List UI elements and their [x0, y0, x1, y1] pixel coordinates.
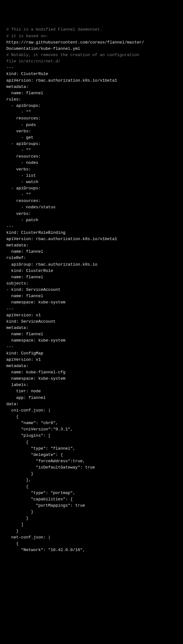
code-line: }	[6, 516, 28, 520]
code-line: {	[6, 541, 19, 546]
yaml-document: # This is a modified Flannel daemonset. …	[6, 26, 177, 553]
code-line: verbs:	[6, 129, 31, 134]
code-line: metadata:	[6, 325, 28, 330]
code-line: verbs:	[6, 167, 31, 172]
code-line: - nodes/status	[6, 205, 56, 210]
code-line: apiGroup: rbac.authorization.k8s.io	[6, 262, 97, 267]
code-line: {	[6, 414, 19, 419]
code-line: apiVersion: rbac.authorization.k8s.io/v1…	[6, 237, 117, 241]
code-line: ]	[6, 522, 24, 527]
code-line: "type": "flannel",	[6, 446, 75, 451]
code-line: data:	[6, 402, 19, 406]
code-line: {	[6, 440, 28, 445]
code-line: name: flannel	[6, 91, 43, 95]
code-line: resources:	[6, 116, 41, 121]
code-line: - ""	[6, 192, 31, 197]
code-line: ---	[6, 344, 14, 349]
code-line: "type": "portmap",	[6, 491, 75, 495]
code-line: - kind: ServiceAccount	[6, 287, 61, 292]
code-line: metadata:	[6, 364, 28, 368]
code-line: "plugins": [	[6, 433, 50, 438]
code-line: - apiGroups:	[6, 186, 41, 191]
code-line: },	[6, 478, 31, 482]
code-line: kind: ClusterRoleBinding	[6, 230, 65, 235]
code-line: - watch	[6, 180, 38, 184]
code-line: - get	[6, 135, 33, 140]
code-line: - ""	[6, 110, 31, 114]
code-line: net-conf.json: |	[6, 535, 50, 540]
code-line: https://raw.githubusercontent.com/coreos…	[6, 40, 144, 51]
code-line: - list	[6, 173, 36, 178]
code-line: "name": "cbr0",	[6, 421, 58, 425]
code-line: - nodes	[6, 160, 38, 165]
code-line: resources:	[6, 154, 41, 159]
code-line: # Notably, it removes the creation of an…	[6, 53, 139, 64]
code-line: app: flannel	[6, 395, 46, 400]
code-line: "cniVersion":"0.3.1",	[6, 427, 73, 432]
code-line: "Network": "10.42.0.0/16",	[6, 548, 85, 552]
code-line: namespace: kube-system	[6, 300, 65, 305]
code-line: {	[6, 484, 28, 489]
code-line: }	[6, 471, 33, 476]
code-line: - ""	[6, 148, 31, 152]
code-line: name: flannel	[6, 249, 43, 254]
code-line: - apiGroups:	[6, 141, 41, 146]
code-line: "isDefaultGateway": true	[6, 465, 95, 470]
code-line: - pods	[6, 123, 36, 127]
code-line: kind: ConfigMap	[6, 351, 43, 356]
code-line: ---	[6, 65, 14, 70]
code-line: labels:	[6, 382, 28, 387]
code-line: ---	[6, 307, 14, 311]
code-line: verbs:	[6, 211, 31, 216]
code-line: metadata:	[6, 243, 28, 248]
code-line: kind: ClusterRole	[6, 268, 53, 273]
code-line: name: flannel	[6, 294, 43, 298]
code-line: }	[6, 529, 19, 533]
code-line: # This is a modified Flannel daemonset.	[6, 27, 102, 32]
code-line: apiVersion: v1	[6, 357, 41, 362]
code-line: tier: node	[6, 389, 41, 394]
code-line: cni-conf.json: |	[6, 408, 50, 413]
code-line: ---	[6, 224, 14, 229]
code-line: kind: ServiceAccount	[6, 319, 56, 324]
code-line: - patch	[6, 218, 38, 222]
code-line: kind: ClusterRole	[6, 72, 48, 76]
code-line: namespace: kube-system	[6, 338, 65, 343]
code-line: "capabilities": {	[6, 497, 73, 502]
code-line: name: flannel	[6, 332, 43, 336]
code-line: subjects:	[6, 281, 28, 286]
code-line: }	[6, 509, 33, 514]
code-line: - apiGroups:	[6, 103, 41, 108]
code-line: "portMappings": true	[6, 503, 85, 508]
code-line: "forceAddress":true,	[6, 459, 85, 463]
code-line: rules:	[6, 97, 21, 102]
code-line: apiVersion: v1	[6, 313, 41, 318]
code-line: name: flannel	[6, 275, 43, 279]
code-line: "delegate": {	[6, 452, 63, 457]
code-line: name: kube-flannel-cfg	[6, 370, 65, 375]
code-line: apiVersion: rbac.authorization.k8s.io/v1…	[6, 78, 117, 83]
code-line: metadata:	[6, 84, 28, 89]
code-line: roleRef:	[6, 256, 26, 260]
code-line: resources:	[6, 198, 41, 203]
code-line: # it is based on:	[6, 34, 48, 38]
code-line: namespace: kube-system	[6, 376, 65, 381]
